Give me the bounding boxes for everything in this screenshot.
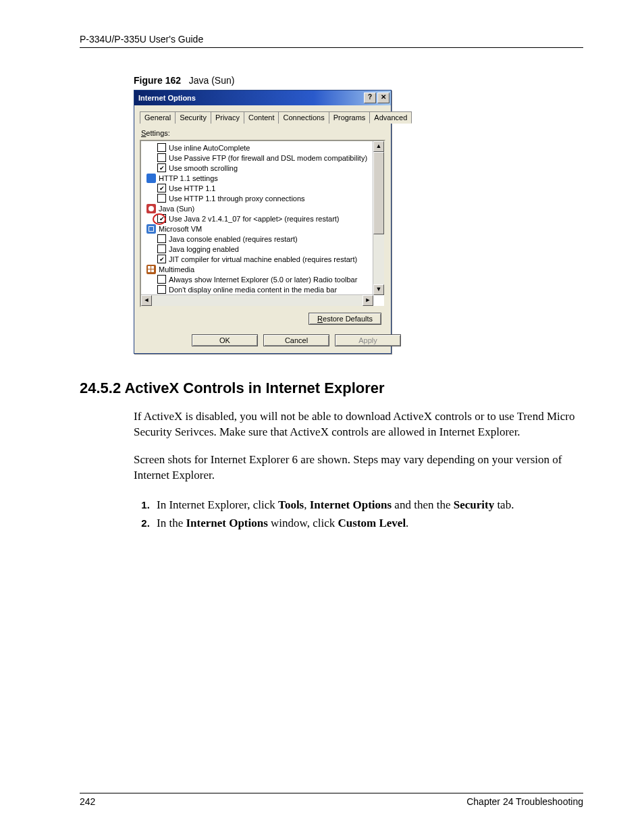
java-icon [146,204,156,213]
checkbox-icon[interactable] [157,285,166,294]
figure-label: Figure 162 [134,75,181,86]
scroll-thumb[interactable] [373,152,384,234]
tree-item-label: Use inline AutoComplete [169,144,250,152]
tree-item-label: Use HTTP 1.1 [169,184,216,192]
checkbox-icon[interactable] [157,244,166,253]
tree-item-label: JIT compiler for virtual machine enabled… [169,255,357,263]
checkbox-icon[interactable] [157,234,166,243]
tab-advanced[interactable]: Advanced [369,111,412,124]
apply-button[interactable]: Apply [335,334,401,346]
close-button[interactable]: ✕ [377,93,390,103]
section-heading: 24.5.2 ActiveX Controls in Internet Expl… [80,380,583,397]
scroll-up-icon[interactable]: ▲ [373,141,384,152]
chapter-label: Chapter 24 Troubleshooting [466,796,583,807]
e-icon [146,174,156,183]
checkbox-icon[interactable] [157,255,166,263]
tab-strip: General Security Privacy Content Connect… [140,111,385,124]
tree-checkbox-item[interactable]: JIT compiler for virtual machine enabled… [142,254,372,264]
page-header: P-334U/P-335U User's Guide [80,34,583,48]
vertical-scrollbar[interactable]: ▲ ▼ [373,141,384,295]
tree-checkbox-item[interactable]: Use HTTP 1.1 [142,183,372,193]
tree-checkbox-item[interactable]: Use Java 2 v1.4.1_07 for <applet> (requi… [142,213,372,224]
tree-category: Microsoft VM [142,224,372,234]
page-number: 242 [80,796,95,807]
tree-item-label: Java (Sun) [159,205,194,213]
checkbox-icon[interactable] [157,143,166,152]
step-1: In Internet Explorer, click Tools, Inter… [153,496,583,514]
tree-category: Java (Sun) [142,203,372,213]
tab-security[interactable]: Security [175,111,211,124]
tree-item-label: Don't display online media content in th… [169,286,337,294]
tree-category: HTTP 1.1 settings [142,173,372,183]
tab-connections[interactable]: Connections [278,111,329,124]
step-2: In the Internet Options window, click Cu… [153,514,583,532]
settings-tree: Use inline AutoCompleteUse Passive FTP (… [140,140,385,307]
tree-checkbox-item[interactable]: Use smooth scrolling [142,163,372,173]
help-button[interactable]: ? [364,93,376,103]
tab-programs[interactable]: Programs [329,111,371,124]
checkbox-icon[interactable] [157,184,166,192]
tree-checkbox-item[interactable]: Java console enabled (requires restart) [142,234,372,244]
tree-category: Multimedia [142,264,372,274]
tree-item-label: Java console enabled (requires restart) [169,235,298,243]
ms-icon [146,224,156,234]
tab-privacy[interactable]: Privacy [211,111,244,124]
internet-options-dialog: Internet Options ? ✕ General Security Pr… [134,90,392,354]
tree-item-label: Use smooth scrolling [169,164,238,172]
scroll-right-icon[interactable]: ► [363,295,373,306]
tree-checkbox-item[interactable]: Use Passive FTP (for firewall and DSL mo… [142,153,372,163]
tree-item-label: Microsoft VM [159,225,202,233]
checkbox-icon[interactable] [157,153,166,162]
tree-checkbox-item[interactable]: Java logging enabled [142,244,372,254]
tree-checkbox-item[interactable]: Use HTTP 1.1 through proxy connections [142,193,372,203]
ok-button[interactable]: OK [192,334,258,346]
tab-content[interactable]: Content [244,111,279,124]
tree-item-label: Multimedia [159,265,194,273]
checkbox-icon[interactable] [157,214,166,223]
tree-checkbox-item[interactable]: Always show Internet Explorer (5.0 or la… [142,274,372,284]
checkbox-icon[interactable] [157,163,166,172]
settings-label: SSettings:ettings: [141,129,385,137]
checkbox-icon[interactable] [157,194,166,203]
figure-caption: Figure 162 Java (Sun) [134,75,583,86]
tree-item-label: Use Passive FTP (for firewall and DSL mo… [169,154,367,162]
checkbox-icon[interactable] [157,275,166,284]
scroll-down-icon[interactable]: ▼ [373,284,384,295]
cancel-button[interactable]: Cancel [263,334,329,346]
restore-defaults-button[interactable]: RRestore Defaultsestore Defaults [308,313,381,325]
horizontal-scrollbar[interactable]: ◄ ► [141,294,373,306]
dialog-titlebar: Internet Options ? ✕ [134,90,391,105]
tree-checkbox-item[interactable]: Use inline AutoComplete [142,142,372,153]
tree-item-label: HTTP 1.1 settings [159,174,218,182]
page-footer: 242 Chapter 24 Troubleshooting [80,793,583,807]
paragraph-2: Screen shots for Internet Explorer 6 are… [134,452,583,484]
tree-item-label: Use HTTP 1.1 through proxy connections [169,194,305,203]
tree-item-label: Use Java 2 v1.4.1_07 for <applet> (requi… [169,215,340,223]
figure-title: Java (Sun) [189,75,235,86]
tab-general[interactable]: General [140,111,176,124]
dialog-title: Internet Options [138,94,196,102]
tree-item-label: Always show Internet Explorer (5.0 or la… [169,276,357,284]
tree-checkbox-item[interactable]: Don't display online media content in th… [142,284,372,294]
mm-icon [146,265,156,274]
tree-item-label: Java logging enabled [169,245,239,253]
paragraph-1: If ActiveX is disabled, you will not be … [134,409,583,440]
scroll-left-icon[interactable]: ◄ [141,295,152,306]
